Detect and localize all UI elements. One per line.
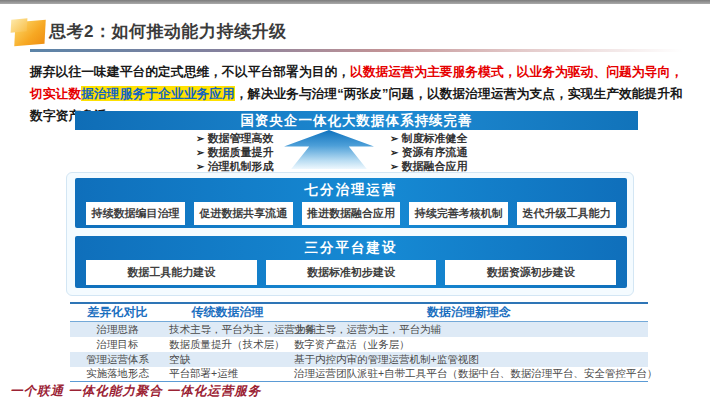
arrow-bullet-icon: ➢ [196,147,204,158]
platform-item: 数据标准初步建设 [266,260,437,285]
governance-item: 持续完善考核机制 [409,202,508,225]
bullet-label: 制度标准健全 [401,132,467,144]
governance-section: 七分治理运营 持续数据编目治理 促进数据共享流通 推进数据融合应用 持续完善考核… [75,178,627,228]
list-item: ➢数据管理高效 [196,132,273,146]
right-bullet-list: ➢制度标准健全 ➢资源有序流通 ➢数据融合应用 [390,132,467,174]
governance-section-title: 七分治理运营 [75,178,627,199]
column-header: 传统数据治理 [165,304,290,321]
list-item: ➢制度标准健全 [390,132,467,146]
table-row: 治理目标 数据质量提升（技术层） 数字资产盘活（业务层） [70,337,648,352]
logo-light-shape [11,18,28,32]
traditional-cell: 技术主导，平台为主，运营为辅 [165,323,290,337]
arrow-bullet-icon: ➢ [196,133,204,144]
column-header: 数据治理新理念 [290,304,648,321]
new-concept-cell: 治理运营团队派驻+自带工具平台（数据中台、数据治理平台、安全管控平台） [290,367,657,381]
traditional-cell: 空缺 [165,353,290,367]
row-label: 管理运营体系 [70,353,165,367]
comparison-table-header: 差异化对比 传统数据治理 数据治理新理念 [70,302,648,322]
comparison-table-body: 治理思路 技术主导，平台为主，运营为辅 业务主导，运营为主，平台为辅 治理目标 … [70,322,648,382]
arrow-bullet-icon: ➢ [390,161,398,172]
top-banner: 国资央企一体化大数据体系持续完善 [75,111,638,130]
new-concept-cell: 业务主导，运营为主，平台为辅 [290,323,648,337]
row-label: 治理思路 [70,323,165,337]
footer-slogan: 一个联通 一体化能力聚合 一体化运营服务 [10,383,261,400]
bullet-label: 治理机制形成 [207,160,273,172]
page-title: 思考2：如何推动能力持续升级 [49,20,286,43]
list-item: ➢数据质量提升 [196,146,273,160]
arrow-bullet-icon: ➢ [390,147,398,158]
list-item: ➢资源有序流通 [390,146,467,160]
up-arrow-icon [284,130,374,169]
window-top-edge [0,0,710,4]
governance-item: 迭代升级工具能力 [517,202,616,225]
slide-logo-icon [11,19,49,47]
bullet-label: 数据质量提升 [207,146,273,158]
traditional-cell: 平台部署+运维 [165,367,290,381]
left-bullet-list: ➢数据管理高效 ➢数据质量提升 ➢治理机制形成 [196,132,273,174]
platform-item: 数据资源初步建设 [445,260,616,285]
platform-section-title: 三分平台建设 [75,236,627,257]
table-row: 实施落地形态 平台部署+运维 治理运营团队派驻+自带工具平台（数据中台、数据治理… [70,367,648,382]
table-row: 治理思路 技术主导，平台为主，运营为辅 业务主导，运营为主，平台为辅 [70,322,648,337]
platform-item: 数据工具能力建设 [86,260,257,285]
new-concept-cell: 数字资产盘活（业务层） [290,338,648,352]
platform-section: 三分平台建设 数据工具能力建设 数据标准初步建设 数据资源初步建设 [75,236,627,288]
arrow-bullet-icon: ➢ [390,133,398,144]
presentation-slide: 思考2：如何推动能力持续升级 摒弃以往一味建平台的定式思维，不以平台部署为目的，… [0,0,710,400]
row-label: 实施落地形态 [70,367,165,381]
arrow-bullet-icon: ➢ [196,161,204,172]
governance-item: 持续数据编目治理 [86,202,185,225]
platform-items: 数据工具能力建设 数据标准初步建设 数据资源初步建设 [75,257,627,285]
table-row: 管理运营体系 空缺 基于内控内审的管理运营机制+监管视图 [70,352,648,367]
intro-text-black-1: 摒弃以往一味建平台的定式思维，不以平台部署为目的， [30,64,350,79]
row-label: 治理目标 [70,338,165,352]
column-header: 差异化对比 [70,304,165,321]
governance-item: 推进数据融合应用 [302,202,401,225]
bullet-label: 数据融合应用 [401,160,467,172]
new-concept-cell: 基于内控内审的管理运营机制+监管视图 [290,353,648,367]
title-divider [30,49,710,52]
intro-text-blue-highlight: 据治理服务于企业业务应用 [81,86,235,101]
comparison-table: 差异化对比 传统数据治理 数据治理新理念 治理思路 技术主导，平台为主，运营为辅… [70,302,648,382]
bullet-label: 资源有序流通 [401,146,467,158]
traditional-cell: 数据质量提升（技术层） [165,338,290,352]
governance-item: 促进数据共享流通 [194,202,293,225]
bullet-label: 数据管理高效 [207,132,273,144]
governance-items: 持续数据编目治理 促进数据共享流通 推进数据融合应用 持续完善考核机制 迭代升级… [75,199,627,225]
